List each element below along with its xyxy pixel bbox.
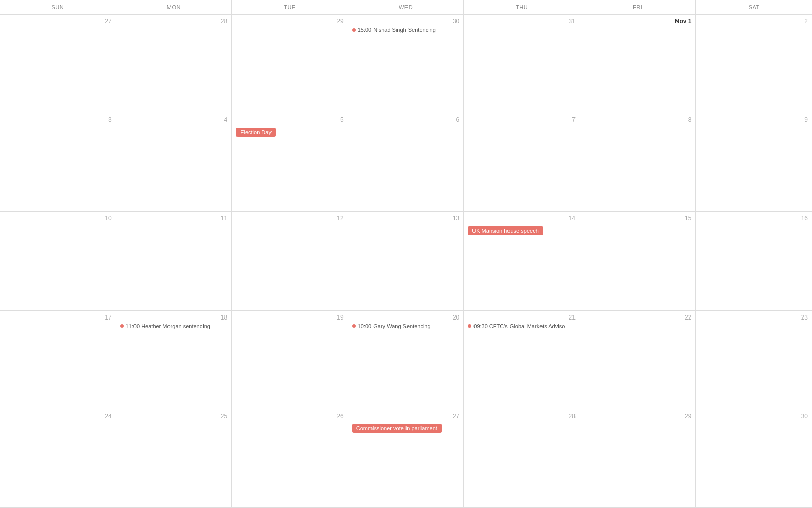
day-number: 23 bbox=[700, 314, 808, 321]
day-cell[interactable]: 16 bbox=[696, 212, 812, 310]
day-number: 7 bbox=[468, 116, 576, 123]
day-cell[interactable]: 12 bbox=[232, 212, 348, 310]
day-cell[interactable]: 14UK Mansion house speech bbox=[464, 212, 580, 310]
day-number: 16 bbox=[700, 215, 808, 222]
day-cell[interactable]: 2109:30 CFTC's Global Markets Adviso bbox=[464, 311, 580, 409]
day-number: 24 bbox=[4, 412, 112, 420]
day-number: 29 bbox=[236, 18, 344, 25]
day-number: 21 bbox=[468, 314, 576, 321]
day-cell[interactable]: 23 bbox=[696, 311, 812, 409]
day-number: 2 bbox=[700, 18, 808, 25]
day-number: 10 bbox=[4, 215, 112, 222]
day-cell[interactable]: 3 bbox=[0, 113, 116, 211]
day-cell[interactable]: 6 bbox=[348, 113, 464, 211]
day-number: 31 bbox=[468, 18, 576, 25]
day-number: Nov 1 bbox=[584, 18, 692, 25]
calendar-header: SUNMONTUEWEDTHUFRISAT bbox=[0, 0, 812, 15]
day-cell[interactable]: 2 bbox=[696, 15, 812, 113]
day-cell[interactable]: 26 bbox=[232, 409, 348, 507]
event-pill[interactable]: UK Mansion house speech bbox=[468, 226, 543, 235]
calendar: SUNMONTUEWEDTHUFRISAT 2728293015:00 Nish… bbox=[0, 0, 812, 508]
day-number: 22 bbox=[584, 314, 692, 321]
day-number: 6 bbox=[352, 116, 460, 123]
day-cell[interactable]: 24 bbox=[0, 409, 116, 507]
day-number: 13 bbox=[352, 215, 460, 222]
day-number: 12 bbox=[236, 215, 344, 222]
event-dot[interactable]: 10:00 Gary Wang Sentencing bbox=[352, 323, 460, 329]
day-cell[interactable]: 25 bbox=[116, 409, 232, 507]
day-cell[interactable]: 27Commissioner vote in parliament bbox=[348, 409, 464, 507]
day-cell[interactable]: 11 bbox=[116, 212, 232, 310]
day-cell[interactable]: 31 bbox=[464, 15, 580, 113]
day-cell[interactable]: 13 bbox=[348, 212, 464, 310]
day-header-sun: SUN bbox=[0, 0, 116, 14]
day-number: 28 bbox=[468, 412, 576, 420]
event-dot[interactable]: 11:00 Heather Morgan sentencing bbox=[120, 323, 228, 329]
day-number: 25 bbox=[120, 412, 228, 420]
event-pill[interactable]: Election Day bbox=[236, 128, 276, 137]
day-cell[interactable]: 15 bbox=[580, 212, 696, 310]
day-cell[interactable]: 8 bbox=[580, 113, 696, 211]
day-number: 4 bbox=[120, 116, 228, 123]
day-number: 3 bbox=[4, 116, 112, 123]
day-number: 30 bbox=[700, 412, 808, 420]
day-cell[interactable]: 30 bbox=[696, 409, 812, 507]
day-number: 14 bbox=[468, 215, 576, 222]
day-cell[interactable]: 27 bbox=[0, 15, 116, 113]
week-row-1: 345Election Day6789 bbox=[0, 113, 812, 212]
calendar-body: 2728293015:00 Nishad Singh Sentencing31N… bbox=[0, 15, 812, 508]
day-cell[interactable]: 2010:00 Gary Wang Sentencing bbox=[348, 311, 464, 409]
day-cell[interactable]: 28 bbox=[464, 409, 580, 507]
day-cell[interactable]: 28 bbox=[116, 15, 232, 113]
day-number: 17 bbox=[4, 314, 112, 321]
week-row-3: 171811:00 Heather Morgan sentencing19201… bbox=[0, 311, 812, 409]
event-pill[interactable]: Commissioner vote in parliament bbox=[352, 424, 442, 433]
day-cell[interactable]: 9 bbox=[696, 113, 812, 211]
day-cell[interactable]: 1811:00 Heather Morgan sentencing bbox=[116, 311, 232, 409]
day-number: 28 bbox=[120, 18, 228, 25]
day-number: 11 bbox=[120, 215, 228, 222]
day-number: 9 bbox=[700, 116, 808, 123]
day-header-tue: TUE bbox=[232, 0, 348, 14]
day-header-wed: WED bbox=[348, 0, 464, 14]
day-cell[interactable]: 19 bbox=[232, 311, 348, 409]
week-row-0: 2728293015:00 Nishad Singh Sentencing31N… bbox=[0, 15, 812, 113]
event-dot[interactable]: 15:00 Nishad Singh Sentencing bbox=[352, 27, 460, 33]
day-number: 30 bbox=[352, 18, 460, 25]
day-number: 18 bbox=[120, 314, 228, 321]
day-cell[interactable]: 29 bbox=[580, 409, 696, 507]
day-cell[interactable]: 7 bbox=[464, 113, 580, 211]
day-number: 29 bbox=[584, 412, 692, 420]
day-number: 20 bbox=[352, 314, 460, 321]
day-cell[interactable]: 3015:00 Nishad Singh Sentencing bbox=[348, 15, 464, 113]
day-header-fri: FRI bbox=[580, 0, 696, 14]
week-row-4: 24252627Commissioner vote in parliament2… bbox=[0, 409, 812, 508]
day-cell[interactable]: Nov 1 bbox=[580, 15, 696, 113]
day-number: 26 bbox=[236, 412, 344, 420]
day-cell[interactable]: 4 bbox=[116, 113, 232, 211]
event-dot[interactable]: 09:30 CFTC's Global Markets Adviso bbox=[468, 323, 576, 329]
day-number: 19 bbox=[236, 314, 344, 321]
day-cell[interactable]: 17 bbox=[0, 311, 116, 409]
day-number: 27 bbox=[352, 412, 460, 420]
day-cell[interactable]: 10 bbox=[0, 212, 116, 310]
week-row-2: 1011121314UK Mansion house speech1516 bbox=[0, 212, 812, 310]
day-cell[interactable]: 29 bbox=[232, 15, 348, 113]
day-cell[interactable]: 5Election Day bbox=[232, 113, 348, 211]
day-header-mon: MON bbox=[116, 0, 232, 14]
day-number: 5 bbox=[236, 116, 344, 123]
day-header-thu: THU bbox=[464, 0, 580, 14]
day-number: 8 bbox=[584, 116, 692, 123]
day-number: 27 bbox=[4, 18, 112, 25]
day-number: 15 bbox=[584, 215, 692, 222]
day-cell[interactable]: 22 bbox=[580, 311, 696, 409]
day-header-sat: SAT bbox=[696, 0, 812, 14]
